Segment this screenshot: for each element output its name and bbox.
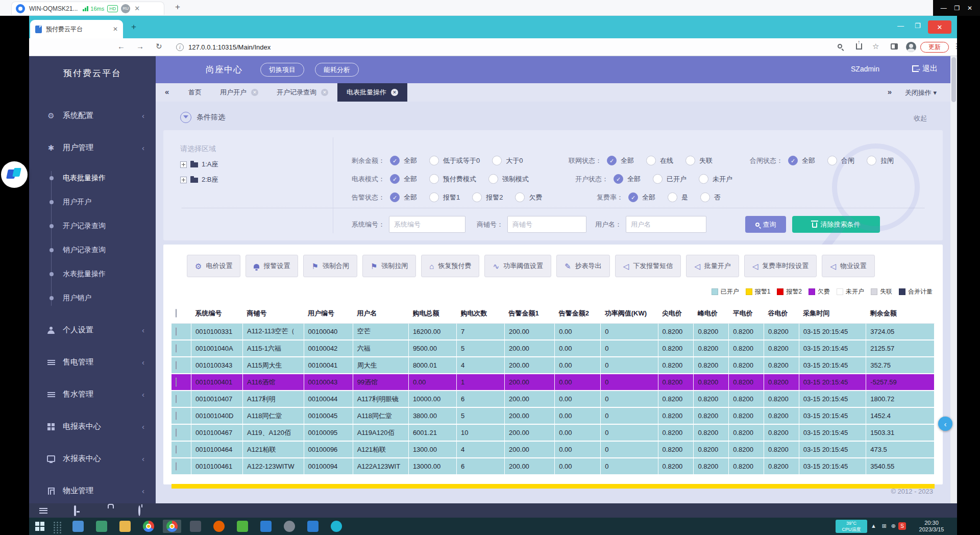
back-icon[interactable]: ← bbox=[117, 42, 125, 51]
toolbar-button-复费率时段设置[interactable]: ◁复费率时段设置 bbox=[744, 255, 817, 277]
zoom-icon[interactable] bbox=[838, 44, 842, 48]
share-icon[interactable] bbox=[856, 43, 862, 50]
sidebar-item-1[interactable]: ✱用户管理‹ bbox=[29, 132, 156, 164]
radio-option[interactable]: 报警2 bbox=[472, 192, 503, 202]
table-row[interactable]: 0010100467A119、A120佰00100095A119A120佰600… bbox=[172, 424, 935, 441]
radio-option[interactable]: 是 bbox=[668, 192, 688, 202]
table-row[interactable]: 0010100464A121柏联00100096A121柏联1300.00420… bbox=[172, 441, 935, 458]
toolbar-button-强制拉闸[interactable]: ⚑强制拉闸 bbox=[362, 255, 416, 277]
collapse-link[interactable]: 收起 bbox=[914, 114, 927, 123]
power-icon[interactable] bbox=[138, 506, 140, 516]
radio-option[interactable]: ✓全部 bbox=[614, 174, 641, 184]
window-icon[interactable] bbox=[257, 520, 275, 533]
sidebar-item-10[interactable]: 售水管理‹ bbox=[29, 378, 156, 410]
scrollbar[interactable] bbox=[950, 56, 957, 503]
radio-icon[interactable] bbox=[492, 156, 502, 165]
row-checkbox[interactable] bbox=[176, 428, 177, 437]
radio-option[interactable]: 报警1 bbox=[429, 192, 460, 202]
row-checkbox[interactable] bbox=[176, 445, 177, 454]
toolbar-button-批量开户[interactable]: ◁批量开户 bbox=[686, 255, 739, 277]
todesk-icon[interactable] bbox=[327, 520, 346, 533]
maximize-icon[interactable]: ❐ bbox=[954, 5, 960, 12]
monitor-icon[interactable] bbox=[74, 506, 76, 516]
radio-icon[interactable] bbox=[472, 192, 482, 202]
row-checkbox[interactable] bbox=[176, 344, 177, 353]
toolbar-button-恢复预付费[interactable]: ⌂恢复预付费 bbox=[421, 255, 479, 277]
row-checkbox[interactable] bbox=[176, 378, 177, 386]
terminal-icon[interactable] bbox=[92, 520, 111, 533]
toolbar-button-下发报警短信[interactable]: ◁下发报警短信 bbox=[615, 255, 681, 277]
close-session-icon[interactable]: ✕ bbox=[134, 5, 140, 12]
minimize-icon[interactable]: — bbox=[941, 5, 947, 12]
radio-option[interactable]: 失联 bbox=[685, 156, 713, 165]
radio-option[interactable]: 大于0 bbox=[492, 156, 523, 165]
table-row[interactable]: 0010100331A112-113空芒（00100040空芒16200.007… bbox=[172, 323, 935, 340]
radio-icon[interactable] bbox=[668, 192, 677, 202]
radio-icon[interactable] bbox=[515, 192, 525, 202]
radio-option[interactable]: 否 bbox=[700, 192, 721, 202]
radio-option[interactable]: ✓全部 bbox=[390, 156, 417, 165]
radio-icon[interactable] bbox=[653, 174, 663, 184]
radio-option[interactable]: 在线 bbox=[646, 156, 673, 165]
table-row[interactable]: 0010100343A115周大生00100041周大生8000.014200.… bbox=[172, 357, 935, 374]
radio-option[interactable]: ✓全部 bbox=[628, 192, 655, 202]
chrome-icon[interactable] bbox=[139, 520, 158, 533]
table-row[interactable]: 0010010407A117利明00100044A117利明眼镜10000.00… bbox=[172, 391, 935, 407]
close-operations-dropdown[interactable]: 关闭操作 ▾ bbox=[905, 88, 937, 98]
ie-icon[interactable] bbox=[69, 520, 87, 533]
radio-checked-icon[interactable]: ✓ bbox=[607, 156, 617, 165]
radio-option[interactable]: 未开户 bbox=[699, 174, 732, 184]
sidebar-item-3[interactable]: 用户开户 bbox=[29, 190, 156, 214]
sidebar-item-5[interactable]: 销户记录查询 bbox=[29, 238, 156, 262]
radio-option[interactable]: ✓全部 bbox=[390, 174, 417, 184]
radio-checked-icon[interactable]: ✓ bbox=[390, 174, 400, 184]
scrollbar-thumb[interactable] bbox=[951, 57, 956, 102]
sidebar-item-6[interactable]: 水表批量操作 bbox=[29, 262, 156, 286]
browser-close-icon[interactable]: ✕ bbox=[928, 20, 951, 34]
table-row[interactable]: 0010100401A116酒馆0010004399酒馆0.001200.000… bbox=[172, 374, 935, 391]
switch-project-button[interactable]: 切换项目 bbox=[260, 63, 304, 77]
url-text[interactable]: 127.0.0.1:10315/Main/Index bbox=[188, 43, 271, 51]
forward-icon[interactable]: → bbox=[136, 42, 144, 51]
bookmark-star-icon[interactable]: ☆ bbox=[872, 42, 879, 51]
wechat-icon[interactable] bbox=[233, 520, 252, 533]
radio-option[interactable]: ✓全部 bbox=[607, 156, 634, 165]
radio-icon[interactable] bbox=[488, 174, 498, 184]
logout-button[interactable]: 退出 bbox=[912, 64, 938, 74]
user-name-input[interactable] bbox=[626, 216, 706, 233]
code-icon[interactable] bbox=[186, 520, 205, 533]
radio-option[interactable]: ✓全部 bbox=[788, 156, 815, 165]
radio-icon[interactable] bbox=[429, 192, 439, 202]
tab-开户记录查询[interactable]: 开户记录查询✕ bbox=[267, 83, 337, 102]
radio-option[interactable]: 强制模式 bbox=[488, 174, 529, 184]
new-tab-button[interactable]: + bbox=[131, 22, 136, 32]
tabs-scroll-right-icon[interactable]: » bbox=[888, 87, 892, 96]
collapse-handle[interactable]: ‹ bbox=[938, 417, 952, 431]
folder-icon[interactable] bbox=[116, 520, 134, 533]
cpu-temp-badge[interactable]: 39°CCPU温度 bbox=[836, 520, 867, 533]
reload-icon[interactable]: ↻ bbox=[156, 42, 162, 51]
username[interactable]: SZadmin bbox=[851, 65, 879, 73]
update-button[interactable]: 更新 bbox=[920, 42, 949, 53]
toolbar-button-强制合闸[interactable]: ⚑强制合闸 bbox=[303, 255, 357, 277]
sidebar-item-2[interactable]: 电表批量操作 bbox=[29, 166, 156, 190]
radio-icon[interactable] bbox=[685, 156, 695, 165]
tray-network-icon[interactable]: ⊕ bbox=[891, 523, 896, 529]
radio-icon[interactable] bbox=[646, 156, 656, 165]
toolbar-button-抄表导出[interactable]: ✎抄表导出 bbox=[556, 255, 610, 277]
search-button[interactable]: 查询 bbox=[745, 216, 786, 233]
row-checkbox[interactable] bbox=[176, 327, 177, 336]
close-tab-icon[interactable]: ✕ bbox=[113, 26, 118, 33]
sidebar-item-9[interactable]: 售电管理‹ bbox=[29, 346, 156, 378]
radio-icon[interactable] bbox=[827, 156, 837, 165]
radio-icon[interactable] bbox=[700, 192, 710, 202]
profile-avatar[interactable] bbox=[906, 42, 916, 52]
window-icon[interactable] bbox=[304, 520, 322, 533]
browser-menu-icon[interactable]: ⋮ bbox=[953, 42, 960, 50]
start-button[interactable] bbox=[35, 522, 44, 531]
settings-icon[interactable] bbox=[280, 520, 299, 533]
table-row[interactable]: 001001040DA118同仁堂00100045A118同仁堂3800.005… bbox=[172, 407, 935, 424]
taskbar-clock[interactable]: 20:302023/3/15 bbox=[910, 520, 953, 533]
menu-icon[interactable] bbox=[39, 506, 47, 515]
sidebar-item-0[interactable]: ⚙系统配置‹ bbox=[29, 100, 156, 132]
